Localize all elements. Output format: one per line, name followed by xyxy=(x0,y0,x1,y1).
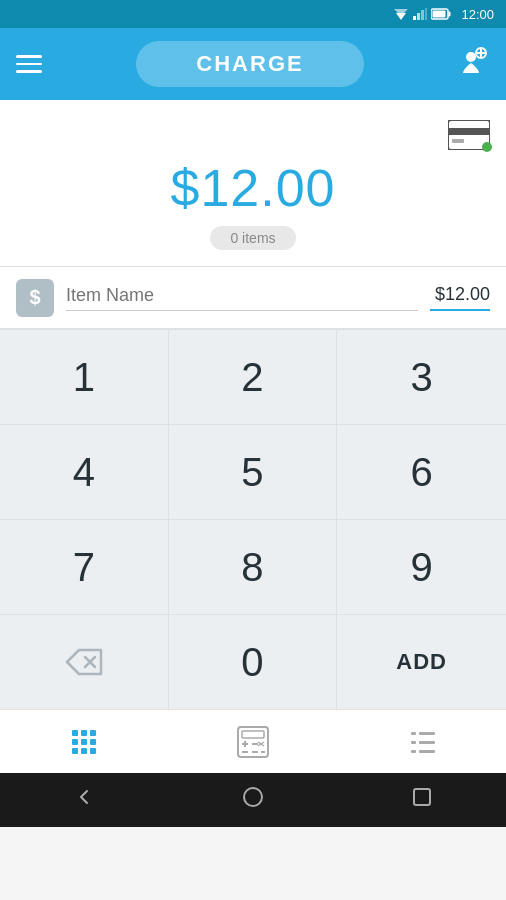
items-badge: 0 items xyxy=(210,226,295,250)
calculator-icon xyxy=(236,725,270,759)
svg-rect-28 xyxy=(419,732,435,735)
card-icon-row xyxy=(16,120,490,154)
svg-rect-29 xyxy=(419,741,435,744)
nav-bar xyxy=(0,773,506,827)
key-backspace[interactable] xyxy=(0,615,169,710)
tab-calculator[interactable] xyxy=(223,718,283,766)
key-3[interactable]: 3 xyxy=(337,330,506,425)
nav-back-button[interactable] xyxy=(72,785,96,815)
amount-display: $12.00 xyxy=(170,158,335,218)
signal-icon xyxy=(413,8,427,20)
key-add[interactable]: ADD xyxy=(337,615,506,710)
svg-rect-7 xyxy=(449,12,451,17)
nav-recent-button[interactable] xyxy=(410,785,434,815)
charge-title: CHARGE xyxy=(196,51,303,76)
menu-button[interactable] xyxy=(16,55,42,73)
item-row: $ $12.00 xyxy=(0,267,506,329)
numpad: 1 2 3 4 5 6 7 8 9 0 ADD xyxy=(0,329,506,709)
item-name-input[interactable] xyxy=(66,285,418,311)
svg-rect-32 xyxy=(411,741,416,744)
svg-rect-8 xyxy=(433,11,446,18)
svg-rect-33 xyxy=(411,750,416,753)
key-1[interactable]: 1 xyxy=(0,330,169,425)
battery-icon xyxy=(431,8,451,20)
tab-keypad[interactable] xyxy=(54,718,114,766)
svg-rect-14 xyxy=(448,128,490,135)
status-bar: 12:00 xyxy=(0,0,506,28)
svg-point-9 xyxy=(466,52,476,62)
svg-rect-15 xyxy=(452,139,464,143)
key-8[interactable]: 8 xyxy=(169,520,338,615)
svg-rect-30 xyxy=(419,750,435,753)
svg-rect-3 xyxy=(417,13,420,20)
nav-home-button[interactable] xyxy=(241,785,265,815)
svg-rect-2 xyxy=(413,16,416,20)
svg-rect-4 xyxy=(421,10,424,20)
list-icon xyxy=(405,725,439,759)
amount-section: $12.00 0 items xyxy=(0,100,506,267)
status-icons: 12:00 xyxy=(393,7,494,22)
svg-point-34 xyxy=(244,788,262,806)
top-bar: CHARGE xyxy=(0,28,506,100)
dollar-sign: $ xyxy=(29,286,40,309)
dollar-badge: $ xyxy=(16,279,54,317)
bottom-tabs xyxy=(0,709,506,773)
keypad-icon xyxy=(72,730,96,754)
location-button[interactable] xyxy=(458,45,490,84)
backspace-icon xyxy=(65,648,103,676)
key-6[interactable]: 6 xyxy=(337,425,506,520)
svg-rect-35 xyxy=(414,789,430,805)
key-4[interactable]: 4 xyxy=(0,425,169,520)
card-icon-wrap xyxy=(448,120,490,154)
tab-list[interactable] xyxy=(392,718,452,766)
svg-rect-5 xyxy=(425,8,427,20)
card-status-dot xyxy=(482,142,492,152)
wifi-icon xyxy=(393,8,409,20)
key-5[interactable]: 5 xyxy=(169,425,338,520)
key-9[interactable]: 9 xyxy=(337,520,506,615)
svg-rect-31 xyxy=(411,732,416,735)
key-0[interactable]: 0 xyxy=(169,615,338,710)
key-7[interactable]: 7 xyxy=(0,520,169,615)
item-price: $12.00 xyxy=(430,284,490,311)
charge-pill: CHARGE xyxy=(136,41,363,87)
key-2[interactable]: 2 xyxy=(169,330,338,425)
status-time: 12:00 xyxy=(461,7,494,22)
svg-rect-19 xyxy=(242,731,264,738)
svg-marker-1 xyxy=(394,9,408,16)
